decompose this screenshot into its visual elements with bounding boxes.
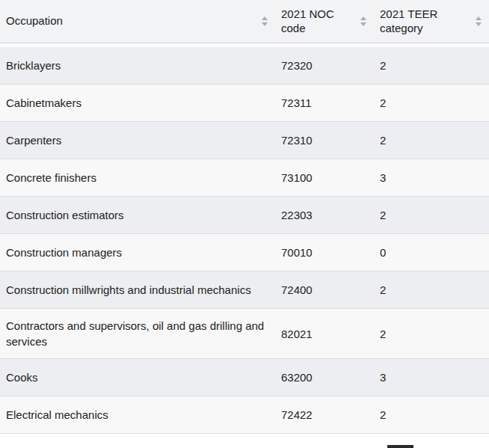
teer-category-cell: 2 — [374, 396, 489, 433]
teer-category-cell: 2 — [374, 85, 489, 121]
table-row: Concrete finishers 73100 3 — [0, 159, 489, 197]
sort-up-down-icon[interactable] — [262, 16, 268, 26]
occupation-cell: Carpenters — [0, 122, 275, 159]
teer-category-cell: 2 — [374, 122, 489, 159]
column-header-occupation[interactable]: Occupation — [0, 0, 275, 43]
noc-code-cell: 72310 — [275, 122, 374, 159]
teer-category-cell: 3 — [374, 159, 489, 196]
occupation-cell: Concrete finishers — [0, 159, 275, 196]
occupation-cell: Construction managers — [0, 234, 275, 271]
occupations-table: Occupation 2021 NOC code 2021 TEER categ… — [0, 0, 489, 434]
occupation-cell: Cooks — [0, 359, 275, 396]
sort-ascending-icon — [262, 16, 268, 20]
sort-up-down-icon[interactable] — [476, 16, 482, 26]
noc-code-cell: 70010 — [275, 234, 374, 271]
noc-code-cell: 72320 — [275, 47, 374, 84]
table-row: Construction millwrights and industrial … — [0, 271, 489, 309]
column-header-label: 2021 TEER category — [380, 7, 471, 36]
noc-code-cell: 72422 — [275, 396, 374, 433]
occupation-cell: Electrical mechanics — [0, 396, 275, 433]
noc-code-cell: 82021 — [275, 309, 374, 358]
table-row: Cabinetmakers 72311 2 — [0, 85, 489, 122]
sort-up-down-icon[interactable] — [360, 16, 366, 26]
occupation-cell: Construction estimators — [0, 197, 275, 233]
table-body: Bricklayers 72320 2 Cabinetmakers 72311 … — [0, 47, 489, 434]
teer-category-cell: 2 — [374, 309, 489, 358]
teer-category-cell: 2 — [374, 47, 489, 84]
column-header-label: 2021 NOC code — [281, 7, 356, 36]
occupation-cell: Bricklayers — [0, 47, 275, 84]
column-header-label: Occupation — [6, 14, 63, 28]
noc-code-cell: 73100 — [275, 159, 374, 196]
sort-descending-icon — [360, 22, 366, 26]
noc-code-cell: 72311 — [275, 85, 374, 121]
table-row: Electrical mechanics 72422 2 — [0, 396, 489, 434]
column-header-teer-category[interactable]: 2021 TEER category — [374, 0, 489, 43]
occupation-cell: Contractors and supervisors, oil and gas… — [0, 309, 275, 358]
occupation-cell: Cabinetmakers — [0, 85, 275, 121]
table-row: Carpenters 72310 2 — [0, 122, 489, 159]
sort-descending-icon — [262, 22, 268, 26]
noc-code-cell: 63200 — [275, 359, 374, 396]
sort-ascending-icon — [476, 16, 482, 20]
bottom-cutoff-bar — [387, 445, 413, 448]
occupation-cell: Construction millwrights and industrial … — [0, 271, 275, 308]
sort-descending-icon — [476, 22, 482, 26]
teer-category-cell: 3 — [374, 359, 489, 396]
sort-ascending-icon — [360, 16, 366, 20]
noc-code-cell: 22303 — [275, 197, 374, 233]
table-row: Cooks 63200 3 — [0, 359, 489, 396]
column-header-noc-code[interactable]: 2021 NOC code — [275, 0, 374, 43]
table-row: Bricklayers 72320 2 — [0, 47, 489, 85]
table-header-row: Occupation 2021 NOC code 2021 TEER categ… — [0, 0, 489, 43]
teer-category-cell: 2 — [374, 271, 489, 308]
table-row: Contractors and supervisors, oil and gas… — [0, 309, 489, 359]
table-row: Construction estimators 22303 2 — [0, 197, 489, 234]
teer-category-cell: 0 — [374, 234, 489, 271]
teer-category-cell: 2 — [374, 197, 489, 233]
table-row: Construction managers 70010 0 — [0, 234, 489, 271]
noc-code-cell: 72400 — [275, 271, 374, 308]
